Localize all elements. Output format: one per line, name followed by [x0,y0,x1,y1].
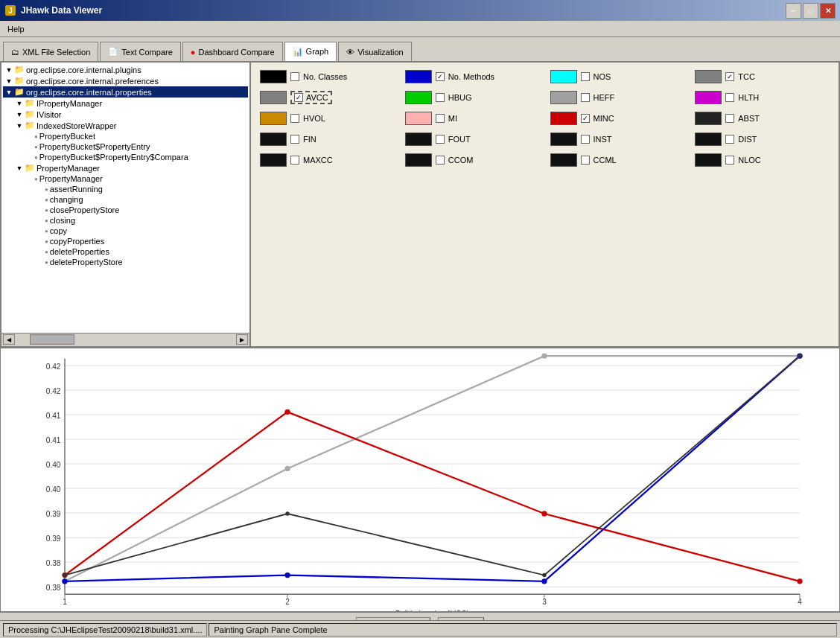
tree-container[interactable]: ▼📁org.eclipse.core.internal.plugins▼📁org… [1,63,249,333]
tab-visualization[interactable]: 👁 Visualization [338,42,412,61]
svg-text:0.41: 0.41 [46,436,61,444]
status-left: Processing C:\JHEclipseTest20090218\buil… [3,623,207,637]
tree-item[interactable]: ●copyProperties [3,236,248,246]
tree-item[interactable]: ●copy [3,226,248,236]
metric-label: AVCC [306,93,328,102]
metric-label: MI [448,114,457,123]
metric-color-box [550,133,577,146]
file-icon: ● [34,144,38,150]
text-compare-tab-icon: 📄 [108,47,118,57]
metric-checkbox[interactable] [581,72,590,81]
tree-item[interactable]: ▼📁IVisitor [3,109,248,120]
folder-icon: 📁 [25,98,35,108]
file-icon: ● [45,259,48,266]
tab-dashboard-compare[interactable]: ● Dashboard Compare [182,42,283,61]
metric-avcc-wrapper: ✓AVCC [290,91,332,104]
tree-scrollbar-horizontal[interactable]: ◀ ▶ [1,333,249,346]
tree-item[interactable]: ●deletePropertyStore [3,257,248,267]
metric-item: ABST [692,110,833,127]
metric-label: HBUG [448,93,472,102]
scroll-right-arrow[interactable]: ▶ [236,334,248,345]
svg-point-41 [62,578,67,584]
tree-expander-icon[interactable]: ▼ [15,164,24,173]
metric-color-box [550,70,577,83]
metric-checkbox[interactable] [290,114,299,123]
tab-text-compare[interactable]: 📄 Text Compare [100,42,180,61]
metric-checkbox[interactable] [725,135,734,144]
metric-checkbox[interactable] [581,93,590,102]
tree-item-label: assertRunning [50,185,103,194]
metric-color-box [550,112,577,125]
tree-item-label: PropertyManager [36,164,100,173]
tree-expander-icon[interactable]: ▼ [15,121,24,130]
tree-item[interactable]: ●PropertyManager [3,173,248,184]
metric-item: ✓TCC [692,68,833,85]
metric-checkbox[interactable] [436,156,445,165]
metric-checkbox[interactable] [436,135,445,144]
metric-checkbox[interactable]: ✓ [581,114,590,123]
tree-item[interactable]: ●PropertyBucket$PropertyEntry [3,141,248,152]
tree-item-label: closePropertyStore [50,205,120,214]
menu-help[interactable]: Help [3,23,29,35]
tree-item-label: copy [50,226,67,235]
scroll-thumb-h[interactable] [30,334,74,345]
metric-checkbox[interactable] [290,156,299,165]
file-icon: ● [34,133,38,140]
metric-checkbox[interactable]: ✓ [436,72,445,81]
metric-checkbox[interactable]: ✓ [294,93,303,102]
metric-label: HLTH [738,93,759,102]
tree-item[interactable]: ●closePropertyStore [3,205,248,215]
folder-icon: 📁 [25,163,35,173]
tree-item[interactable]: ●PropertyBucket [3,131,248,141]
file-icon: ● [45,228,48,235]
tab-graph[interactable]: 📊 Graph [284,42,337,61]
tree-expander-icon[interactable]: ▼ [4,88,13,97]
text-compare-tab-label: Text Compare [121,48,172,57]
maximize-button[interactable]: □ [803,3,818,19]
metric-checkbox[interactable]: ✓ [725,72,734,81]
metric-checkbox[interactable] [290,72,299,81]
tree-item[interactable]: ▼📁IPropertyManager [3,98,248,109]
tree-item-label: PropertyBucket$PropertyEntry$Compara [39,153,188,162]
tree-item-label: deleteProperties [50,247,109,256]
metrics-panel: No. Classes✓No. MethodsNOS✓TCC✓AVCCHBUGH… [251,63,839,346]
svg-text:0.39: 0.39 [46,509,61,517]
tree-item[interactable]: ●assertRunning [3,184,248,194]
metric-color-box [260,133,287,146]
metric-checkbox[interactable] [725,156,734,165]
tree-item[interactable]: ▼📁org.eclipse.core.internal.plugins [3,64,248,75]
tree-expander-icon[interactable]: ▼ [4,66,13,74]
minimize-button[interactable]: − [786,3,801,19]
metric-item: MI [402,110,543,127]
tree-item[interactable]: ▼📁org.eclipse.core.internal.properties [3,86,248,98]
tree-expander-icon[interactable]: ▼ [15,99,24,108]
metric-item: HEFF [547,89,688,106]
tree-item[interactable]: ●PropertyBucket$PropertyEntry$Compara [3,152,248,162]
status-right: Painting Graph Pane Complete [209,623,837,637]
tree-expander-icon[interactable]: ▼ [15,110,24,119]
tree-item[interactable]: ●changing [3,194,248,205]
tree-item[interactable]: ▼📁PropertyManager [3,162,248,173]
tree-expander-icon[interactable]: ▼ [4,77,13,86]
tree-item[interactable]: ▼📁org.eclipse.core.internal.preferences [3,75,248,86]
metric-checkbox[interactable] [436,114,445,123]
tree-item[interactable]: ▼📁IndexedStoreWrapper [3,120,248,131]
metric-checkbox[interactable] [581,135,590,144]
tree-item[interactable]: ●closing [3,215,248,226]
tab-file-selection[interactable]: 🗂 XML File Selection [3,42,98,61]
metric-checkbox[interactable] [581,156,590,165]
scroll-left-arrow[interactable]: ◀ [3,334,15,345]
tree-item[interactable]: ●deleteProperties [3,246,248,257]
metric-color-box [695,91,722,104]
metric-checkbox[interactable] [290,135,299,144]
metric-item: FOUT [402,131,543,147]
metric-checkbox[interactable] [436,93,445,102]
metric-checkbox[interactable] [725,93,734,102]
file-icon: ● [45,238,48,245]
chart-svg: 0.42 0.42 0.41 0.41 0.40 0.40 0.39 0.39 … [1,348,839,611]
metric-checkbox[interactable] [725,114,734,123]
close-button[interactable]: ✕ [820,3,836,19]
graph-tab-label: Graph [306,47,329,56]
tree-item-label: PropertyBucket [39,132,95,141]
visualization-tab-label: Visualization [357,48,404,57]
